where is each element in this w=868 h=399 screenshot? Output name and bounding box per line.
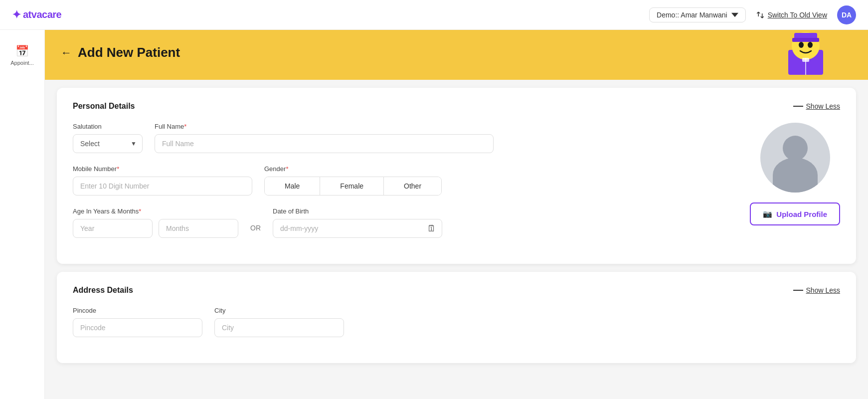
header-right: Demo:: Amar Manwani Switch To Old View D… xyxy=(649,5,856,24)
mobile-label: Mobile Number* xyxy=(73,165,252,173)
full-name-group: Full Name* xyxy=(155,123,714,153)
switch-label: Switch To Old View xyxy=(768,11,827,19)
upload-profile-label: Upload Profile xyxy=(776,210,827,218)
chevron-down-icon xyxy=(731,11,738,18)
mobile-gender-row: Mobile Number* Gender* Male Female Other xyxy=(73,165,714,196)
pincode-input[interactable] xyxy=(73,318,202,337)
back-button[interactable]: ← xyxy=(61,46,72,59)
city-group: City xyxy=(214,307,344,337)
pincode-label: Pincode xyxy=(73,307,202,314)
svg-rect-3 xyxy=(792,38,819,42)
age-inputs xyxy=(73,219,238,238)
personal-details-header: Personal Details Show Less xyxy=(73,102,840,111)
address-details-title: Address Details xyxy=(73,286,133,295)
mobile-group: Mobile Number* xyxy=(73,165,252,196)
personal-show-less-label: Show Less xyxy=(806,102,840,110)
logo-text: atvacare xyxy=(23,9,61,20)
svg-point-5 xyxy=(808,42,813,48)
address-show-less-button[interactable]: Show Less xyxy=(793,286,840,294)
dob-label: Date of Birth xyxy=(273,207,442,215)
salutation-select-wrapper: Select Mr. Mrs. Ms. Dr. ▼ xyxy=(73,134,143,153)
salutation-group: Salutation Select Mr. Mrs. Ms. Dr. ▼ xyxy=(73,123,143,153)
pincode-city-row: Pincode City xyxy=(73,307,840,337)
upload-profile-button[interactable]: 📷 Upload Profile xyxy=(750,202,840,225)
logo: ✦ atvacare xyxy=(12,8,61,21)
personal-details-title: Personal Details xyxy=(73,102,135,111)
address-details-card: Address Details Show Less Pincode City xyxy=(57,272,856,363)
banner-illustration xyxy=(773,30,838,77)
svg-point-4 xyxy=(799,42,804,48)
address-show-less-line-icon xyxy=(793,290,803,291)
gender-female-button[interactable]: Female xyxy=(320,177,384,195)
gender-male-button[interactable]: Male xyxy=(265,177,320,195)
sidebar: 📅 Appoint... xyxy=(0,30,45,399)
page-title-area: ← Add New Patient xyxy=(61,40,180,60)
switch-icon xyxy=(756,10,765,19)
personal-details-card: Personal Details Show Less Salutation Se… xyxy=(57,88,856,264)
year-input[interactable] xyxy=(73,219,153,238)
city-label: City xyxy=(214,307,344,314)
dob-group: Date of Birth 🗓 xyxy=(273,207,442,238)
gender-other-button[interactable]: Other xyxy=(384,177,441,195)
gender-label: Gender* xyxy=(264,165,442,173)
sidebar-item-appointments[interactable]: 📅 Appoint... xyxy=(0,40,44,71)
salutation-select[interactable]: Select Mr. Mrs. Ms. Dr. xyxy=(73,134,143,153)
dob-wrapper: 🗓 xyxy=(273,219,442,238)
logo-icon: ✦ xyxy=(12,8,21,21)
age-group: Age In Years & Months* xyxy=(73,207,238,238)
mobile-input[interactable] xyxy=(73,177,252,196)
age-label: Age In Years & Months* xyxy=(73,207,238,215)
salutation-fullname-row: Salutation Select Mr. Mrs. Ms. Dr. ▼ xyxy=(73,123,714,153)
personal-show-less-button[interactable]: Show Less xyxy=(793,102,840,110)
gender-button-group: Male Female Other xyxy=(264,177,442,196)
address-show-less-label: Show Less xyxy=(806,286,840,294)
city-input[interactable] xyxy=(214,318,344,337)
gender-group: Gender* Male Female Other xyxy=(264,165,442,196)
months-input[interactable] xyxy=(159,219,238,238)
avatar-head xyxy=(783,136,808,161)
appointments-icon: 📅 xyxy=(15,45,29,58)
full-name-input[interactable] xyxy=(155,134,494,153)
page-title: Add New Patient xyxy=(78,45,180,60)
dob-input[interactable] xyxy=(273,219,442,238)
user-avatar[interactable]: DA xyxy=(837,5,856,24)
right-panel: 📷 Upload Profile xyxy=(730,123,840,225)
camera-icon: 📷 xyxy=(763,209,772,218)
salutation-label: Salutation xyxy=(73,123,143,130)
avatar-body xyxy=(773,158,818,193)
full-name-label: Full Name* xyxy=(155,123,714,130)
switch-old-view-link[interactable]: Switch To Old View xyxy=(756,10,827,19)
age-dob-row: Age In Years & Months* OR Date of Birth … xyxy=(73,207,714,238)
main-content: ← Add New Patient xyxy=(45,30,868,363)
page-banner: ← Add New Patient xyxy=(45,30,868,80)
avatar-placeholder xyxy=(760,123,830,193)
sidebar-item-label: Appoint... xyxy=(10,60,33,66)
demo-selector[interactable]: Demo:: Amar Manwani xyxy=(649,7,746,22)
pincode-group: Pincode xyxy=(73,307,202,337)
header: ✦ atvacare Demo:: Amar Manwani Switch To… xyxy=(0,0,868,30)
avatar-initials: DA xyxy=(842,11,852,19)
or-label: OR xyxy=(250,224,261,232)
address-details-header: Address Details Show Less xyxy=(73,286,840,295)
demo-user-label: Demo:: Amar Manwani xyxy=(657,11,727,19)
show-less-line-icon xyxy=(793,106,803,107)
